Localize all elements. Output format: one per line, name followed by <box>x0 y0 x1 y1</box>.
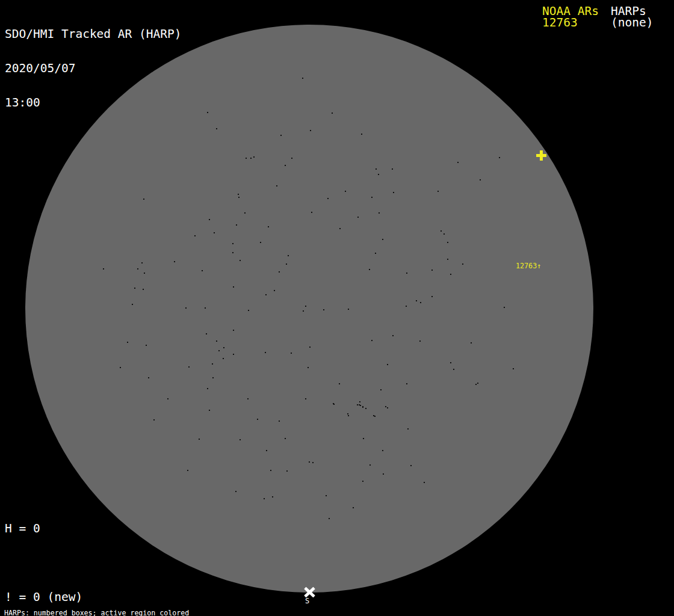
speck <box>250 158 252 159</box>
speck <box>437 191 439 192</box>
speck <box>216 340 217 342</box>
speck <box>212 377 214 378</box>
speck <box>357 404 358 405</box>
noaa-ar-list: 12763 <box>542 17 611 28</box>
speck <box>127 342 128 343</box>
speck <box>223 347 224 348</box>
observation-date: 2020/05/07 <box>5 63 182 74</box>
speck <box>246 158 247 159</box>
speck <box>187 470 188 471</box>
speck <box>453 369 454 370</box>
speck <box>374 416 376 417</box>
speck <box>392 335 394 336</box>
speck <box>248 310 249 311</box>
speck <box>375 253 376 254</box>
speck <box>274 290 275 291</box>
speck <box>385 406 386 407</box>
speck <box>103 268 104 270</box>
speck <box>457 162 459 163</box>
observation-time: 13:00 <box>5 97 182 108</box>
speck <box>431 270 433 271</box>
speck <box>216 128 217 129</box>
speck <box>268 226 269 227</box>
speck <box>240 439 241 440</box>
speck <box>379 212 380 214</box>
speck <box>406 383 407 384</box>
speck <box>120 367 121 368</box>
speck <box>303 310 304 312</box>
speck <box>383 473 384 475</box>
speck <box>194 235 196 236</box>
speck <box>207 388 208 389</box>
speck <box>332 112 333 114</box>
speck <box>302 78 303 79</box>
speck <box>441 230 442 232</box>
speck <box>447 259 448 260</box>
speck <box>387 364 388 365</box>
speck <box>407 428 409 430</box>
speck <box>291 353 292 354</box>
speck <box>382 239 383 240</box>
speck <box>373 415 374 416</box>
speck <box>392 168 393 170</box>
speck <box>276 185 277 186</box>
harp-count: H = 0 <box>5 523 139 534</box>
speck <box>347 413 348 414</box>
header-block: SDO/HMI Tracked AR (HARP) 2020/05/07 13:… <box>5 5 182 131</box>
speck <box>382 450 383 451</box>
speck <box>272 496 273 497</box>
speck <box>348 309 349 310</box>
speck <box>148 377 149 378</box>
harps-list: (none) <box>611 17 653 28</box>
speck <box>339 383 340 384</box>
speck <box>480 179 481 180</box>
noaa-ar-number-label: 12763↑ <box>516 262 541 270</box>
speck <box>238 194 239 195</box>
speck <box>310 130 311 131</box>
speck <box>357 217 359 218</box>
speck <box>286 263 287 265</box>
speck <box>144 273 145 274</box>
speck <box>236 224 237 226</box>
speck <box>223 358 224 359</box>
speck <box>253 156 255 158</box>
speck <box>247 398 249 399</box>
speck <box>305 306 306 307</box>
speck <box>279 271 280 273</box>
speck <box>462 263 463 265</box>
speck <box>291 158 292 159</box>
speck <box>143 289 144 290</box>
speck <box>305 398 306 399</box>
speck <box>333 403 334 404</box>
speck <box>260 242 261 243</box>
speck <box>360 405 361 406</box>
speck <box>471 342 472 343</box>
speck <box>209 219 210 220</box>
speck <box>371 340 373 341</box>
speck <box>153 419 155 420</box>
south-pole-x-icon <box>304 587 315 598</box>
speck <box>362 481 363 482</box>
speck <box>286 470 288 472</box>
speck <box>477 383 478 384</box>
speck <box>380 389 382 390</box>
speck <box>308 367 309 368</box>
speck <box>431 296 433 297</box>
speck <box>513 368 514 369</box>
speck <box>444 233 445 235</box>
speck <box>238 197 240 198</box>
south-pole-label: S <box>305 597 309 605</box>
speck <box>410 465 412 466</box>
speck <box>378 174 379 175</box>
speck <box>212 363 213 365</box>
speck <box>416 300 417 301</box>
speck <box>232 243 233 244</box>
speck <box>309 461 310 463</box>
speck <box>202 270 203 271</box>
speck <box>244 212 246 214</box>
speck <box>134 288 135 289</box>
speck <box>266 450 267 451</box>
speck <box>387 407 388 408</box>
footer-harps-note: HARPs: numbered boxes; active region col… <box>4 610 248 616</box>
noaa-ar-cross-icon <box>536 150 546 161</box>
